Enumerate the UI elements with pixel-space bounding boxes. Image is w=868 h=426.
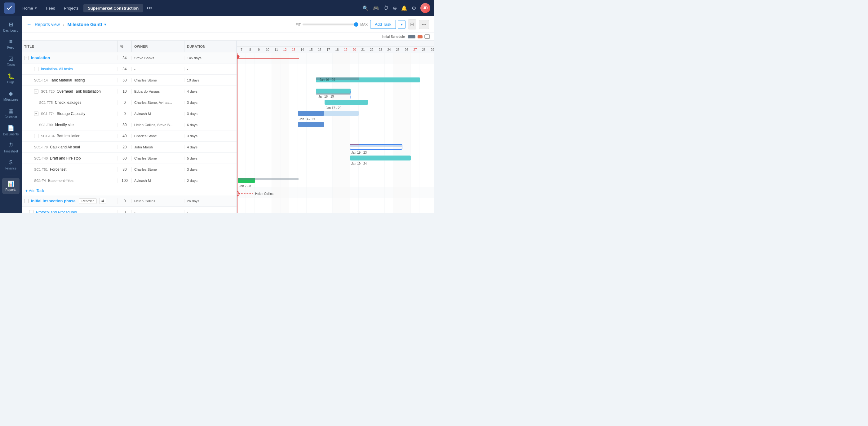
more-options-button[interactable]: •••: [419, 20, 429, 29]
gantt-row-group: [237, 53, 434, 64]
task-title-sc1t4[interactable]: SC1-T4 Basement Tiles: [22, 178, 118, 183]
timer-icon[interactable]: ⏱: [383, 5, 389, 11]
sidebar-item-timesheet[interactable]: ⏱ Timesheet: [2, 140, 20, 156]
collapse-button[interactable]: −: [29, 210, 33, 214]
gantt-day: 19: [341, 48, 350, 52]
gantt-day: 11: [272, 48, 281, 52]
table-row: − Insulation- All tasks 34 - -: [22, 64, 237, 75]
sidebar-item-dashboard[interactable]: ⊞ Dashboard: [2, 19, 20, 35]
th-title: TITLE: [22, 41, 118, 52]
task-title-sc1t75[interactable]: SC1-T75 Check leakages: [22, 100, 118, 105]
gantt-days-row: 7 8 9 10 11 12 13 14 15 16: [237, 47, 434, 53]
gantt-row: [237, 120, 434, 131]
sidebar-divider: [5, 175, 17, 175]
task-title-sc1t20[interactable]: − SC1-T20 Overhead Tank Installation: [22, 89, 118, 94]
reports-icon: 📊: [7, 180, 14, 187]
collapse-button[interactable]: −: [24, 199, 29, 203]
collapse-button[interactable]: −: [34, 67, 38, 71]
gantt-day: 16: [315, 48, 324, 52]
sidebar-item-tasks[interactable]: ☑ Tasks: [2, 53, 20, 69]
view-title-milestone-gantt[interactable]: Milestone Gantt ▼: [68, 22, 107, 27]
nav-feed[interactable]: Feed: [42, 4, 59, 12]
gantt-day: 22: [367, 48, 376, 52]
sidebar-item-feed[interactable]: ≡ Feed: [2, 36, 20, 52]
th-pct: %: [118, 41, 132, 52]
settings-icon[interactable]: ⚙: [412, 5, 416, 11]
group-duration-insulation: 145 days: [184, 56, 222, 60]
timesheet-icon: ⏱: [8, 142, 13, 149]
notification-icon[interactable]: 🔔: [401, 5, 407, 11]
collapse-button[interactable]: −: [34, 89, 38, 94]
gantt-row: [237, 98, 434, 109]
collapse-button[interactable]: −: [34, 111, 38, 116]
sidebar-item-bugs[interactable]: 🐛 Bugs: [2, 70, 20, 87]
gantt-wrapper: Initial Schedule TITLE % OWNE: [22, 33, 434, 213]
task-title-sc1t90[interactable]: SC1-T90 Identify site: [22, 123, 118, 127]
collapse-button[interactable]: −: [34, 134, 38, 138]
table-header: TITLE % OWNER DURATION: [22, 41, 237, 52]
gamepad-icon[interactable]: 🎮: [373, 5, 379, 11]
table-row: − Protocol and Procedures 0 - -: [22, 207, 237, 213]
group-title-insulation[interactable]: − Insulation: [22, 56, 118, 60]
gantt-row: [237, 131, 434, 142]
zoom-control: FIT MAX: [296, 23, 368, 26]
subgroup-pct: 34: [118, 67, 132, 71]
gantt-row: [237, 109, 434, 120]
add-task-link-1[interactable]: + Add Task: [22, 186, 237, 196]
reorder-button[interactable]: Reorder: [79, 198, 97, 204]
zoom-fit-label: FIT: [296, 23, 301, 26]
bugs-icon: 🐛: [7, 73, 14, 79]
zoom-thumb[interactable]: [354, 22, 359, 27]
task-title-sc1t51[interactable]: SC1-T51 Force test: [22, 167, 118, 172]
gantt-row: [237, 198, 434, 209]
gantt-day: 15: [307, 48, 315, 52]
legend-color-icon: [417, 34, 423, 39]
toolbar-right: FIT MAX Add Task ▾ ⊟ •••: [296, 19, 429, 29]
nav-more-tabs[interactable]: •••: [144, 3, 154, 13]
collapse-button[interactable]: −: [24, 56, 29, 60]
task-title-sc1t74[interactable]: − SC1-T74 Storage Capacity: [22, 111, 118, 116]
subgroup-title-protocol[interactable]: − Protocol and Procedures: [22, 210, 118, 214]
gantt-row: [237, 153, 434, 165]
sidebar-item-documents[interactable]: 📄 Documents: [2, 122, 20, 138]
gantt-row: [237, 165, 434, 176]
add-task-button[interactable]: Add Task: [370, 20, 396, 29]
gantt-day: 18: [333, 48, 341, 52]
subgroup-title-insulation-all[interactable]: − Insulation- All tasks: [22, 67, 118, 71]
tasks-icon: ☑: [8, 56, 13, 62]
nav-projects[interactable]: Projects: [60, 4, 82, 12]
calendar-icon: ▦: [8, 107, 13, 114]
th-duration: DURATION: [184, 41, 222, 52]
sidebar-item-reports[interactable]: 📊 Reports: [2, 178, 20, 194]
nav-project-tab[interactable]: Supermarket Construction: [83, 4, 143, 12]
gantt-day: 13: [289, 48, 298, 52]
gantt-day: 9: [254, 48, 263, 52]
task-title-sc1t79[interactable]: SC1-T79 Caulk and Air seal: [22, 145, 118, 149]
sync-button[interactable]: ⇄: [99, 198, 106, 204]
breadcrumb-reports-view[interactable]: Reports view: [35, 22, 60, 27]
gantt-day: 28: [420, 48, 428, 52]
app-logo[interactable]: [4, 2, 15, 13]
sidebar-item-finance[interactable]: $ Finance: [2, 157, 20, 172]
add-icon[interactable]: ⊕: [393, 5, 397, 11]
search-icon[interactable]: 🔍: [362, 5, 369, 11]
sidebar-item-calendar[interactable]: ▦ Calendar: [2, 105, 20, 121]
task-title-sc1t14[interactable]: SC1-T14 Tank Material Testing: [22, 78, 118, 83]
task-title-sc1t40[interactable]: SC1-T40 Draft and Fire stop: [22, 156, 118, 161]
filter-button[interactable]: ⊟: [408, 19, 416, 29]
add-task-dropdown-button[interactable]: ▾: [398, 20, 405, 29]
avatar[interactable]: JD: [421, 3, 430, 13]
gantt-day: 8: [246, 48, 254, 52]
table-row: SC1-T40 Draft and Fire stop 60 Charles S…: [22, 153, 237, 164]
group-title-initial-inspection[interactable]: − Initial Inspection phase Reorder ⇄: [22, 198, 118, 204]
main-layout: ⊞ Dashboard ≡ Feed ☑ Tasks 🐛 Bugs ◆ Mile…: [0, 16, 434, 213]
legend-print-icon: [407, 34, 416, 39]
nav-home[interactable]: Home ▼: [19, 4, 41, 12]
task-title-sc1t34[interactable]: − SC1-T34 Batt Insulation: [22, 134, 118, 138]
back-button[interactable]: ←: [27, 22, 32, 27]
sidebar-item-milestones[interactable]: ◆ Milestones: [2, 88, 20, 104]
subgroup-owner: -: [132, 67, 184, 71]
table-row: SC1-T51 Force test 30 Charles Stone 3 da…: [22, 164, 237, 175]
zoom-slider[interactable]: [303, 24, 359, 25]
gantt-row-group: [237, 187, 434, 198]
